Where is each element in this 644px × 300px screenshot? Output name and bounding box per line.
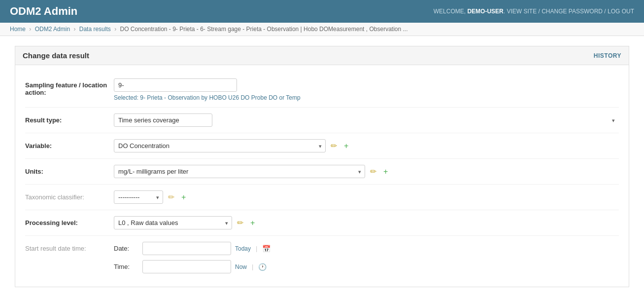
variable-label: Variable: bbox=[25, 139, 114, 150]
processing-level-inline: L0 , Raw data values ✏ + bbox=[114, 216, 619, 229]
time-label: Time: bbox=[114, 263, 138, 270]
taxonomic-inline: ---------- ✏ + bbox=[114, 190, 619, 204]
processing-level-row: Processing level: L0 , Raw data values ✏… bbox=[25, 210, 619, 236]
sampling-feature-row: Sampling feature / location action: Sele… bbox=[25, 73, 619, 108]
sampling-feature-content: Selected: 9- Prieta - Observation by HOB… bbox=[114, 78, 619, 101]
units-select[interactable]: mg/L- milligrams per liter bbox=[114, 165, 365, 178]
variable-content: DO Concentration ✏ + bbox=[114, 139, 619, 152]
taxonomic-label: Taxonomic classifier: bbox=[25, 190, 114, 201]
history-link[interactable]: HISTORY bbox=[594, 52, 621, 59]
start-datetime-row: Start result date time: Date: Today | 📅 bbox=[25, 236, 619, 279]
taxonomic-row: Taxonomic classifier: ---------- ✏ + bbox=[25, 185, 619, 210]
processing-level-content: L0 , Raw data values ✏ + bbox=[114, 216, 619, 229]
breadcrumb-current: DO Concentration - 9- Prieta - 6- Stream… bbox=[120, 26, 407, 33]
variable-select[interactable]: DO Concentration bbox=[114, 139, 326, 152]
time-row: Time: Now | 🕐 bbox=[114, 260, 619, 273]
change-password-link[interactable]: CHANGE PASSWORD bbox=[542, 8, 603, 15]
breadcrumb-home[interactable]: Home bbox=[10, 26, 26, 33]
breadcrumb: Home › ODM2 Admin › Data results › DO Co… bbox=[0, 23, 644, 36]
processing-level-add-button[interactable]: + bbox=[248, 218, 257, 228]
site-title: ODM2 Admin bbox=[10, 5, 77, 18]
taxonomic-content: ---------- ✏ + bbox=[114, 190, 619, 204]
sampling-feature-input[interactable] bbox=[114, 78, 237, 92]
result-type-select-wrapper: Time series coverage bbox=[114, 113, 619, 127]
separator2: / bbox=[604, 8, 608, 15]
username: DEMO-USER bbox=[467, 8, 503, 15]
units-add-button[interactable]: + bbox=[381, 167, 390, 177]
taxonomic-select-wrapper: ---------- bbox=[114, 190, 163, 204]
taxonomic-select[interactable]: ---------- bbox=[114, 190, 163, 204]
today-link[interactable]: Today bbox=[235, 245, 251, 252]
units-row: Units: mg/L- milligrams per liter ✏ + bbox=[25, 159, 619, 185]
units-select-wrapper: mg/L- milligrams per liter bbox=[114, 165, 365, 178]
taxonomic-add-button[interactable]: + bbox=[179, 192, 188, 202]
calendar-icon: 📅 bbox=[262, 245, 271, 253]
content-box: Change data result HISTORY Sampling feat… bbox=[15, 46, 629, 287]
date-row: Date: Today | 📅 bbox=[114, 242, 619, 255]
result-type-select[interactable]: Time series coverage bbox=[114, 113, 212, 127]
time-input[interactable] bbox=[142, 260, 231, 273]
form-title: Change data result bbox=[23, 51, 89, 60]
content-header: Change data result HISTORY bbox=[15, 46, 629, 65]
user-info: WELCOME, DEMO-USER. VIEW SITE / CHANGE P… bbox=[434, 8, 634, 15]
form-body: Sampling feature / location action: Sele… bbox=[15, 65, 629, 287]
taxonomic-edit-button[interactable]: ✏ bbox=[166, 192, 176, 202]
now-link[interactable]: Now bbox=[235, 263, 247, 270]
variable-edit-button[interactable]: ✏ bbox=[329, 141, 339, 151]
result-type-content: Time series coverage bbox=[114, 113, 619, 127]
breadcrumb-data-results[interactable]: Data results bbox=[79, 26, 111, 33]
breadcrumb-admin[interactable]: ODM2 Admin bbox=[35, 26, 70, 33]
welcome-text: WELCOME, bbox=[434, 8, 466, 15]
start-datetime-content: Date: Today | 📅 Time: Now | 🕐 bbox=[114, 242, 619, 273]
log-out-link[interactable]: LOG OUT bbox=[608, 8, 634, 15]
start-datetime-label: Start result date time: bbox=[25, 242, 114, 252]
header: ODM2 Admin WELCOME, DEMO-USER. VIEW SITE… bbox=[0, 0, 644, 23]
clock-icon: 🕐 bbox=[258, 263, 267, 271]
processing-level-edit-button[interactable]: ✏ bbox=[235, 218, 245, 228]
units-content: mg/L- milligrams per liter ✏ + bbox=[114, 165, 619, 178]
variable-row: Variable: DO Concentration ✏ + bbox=[25, 133, 619, 159]
sampling-feature-selected: Selected: 9- Prieta - Observation by HOB… bbox=[114, 94, 619, 101]
units-edit-button[interactable]: ✏ bbox=[368, 167, 378, 177]
main-content: Change data result HISTORY Sampling feat… bbox=[0, 36, 644, 297]
sampling-feature-label: Sampling feature / location action: bbox=[25, 78, 114, 96]
units-inline: mg/L- milligrams per liter ✏ + bbox=[114, 165, 619, 178]
date-input[interactable] bbox=[142, 242, 231, 255]
result-type-label: Result type: bbox=[25, 113, 114, 124]
processing-level-select[interactable]: L0 , Raw data values bbox=[114, 216, 232, 229]
variable-select-wrapper: DO Concentration bbox=[114, 139, 326, 152]
units-label: Units: bbox=[25, 165, 114, 175]
view-site-link[interactable]: VIEW SITE bbox=[507, 8, 537, 15]
result-type-row: Result type: Time series coverage bbox=[25, 108, 619, 133]
processing-level-select-wrapper: L0 , Raw data values bbox=[114, 216, 232, 229]
variable-inline: DO Concentration ✏ + bbox=[114, 139, 619, 152]
processing-level-label: Processing level: bbox=[25, 216, 114, 226]
date-label: Date: bbox=[114, 245, 138, 252]
variable-add-button[interactable]: + bbox=[342, 141, 350, 151]
datetime-section: Date: Today | 📅 Time: Now | 🕐 bbox=[114, 242, 619, 273]
